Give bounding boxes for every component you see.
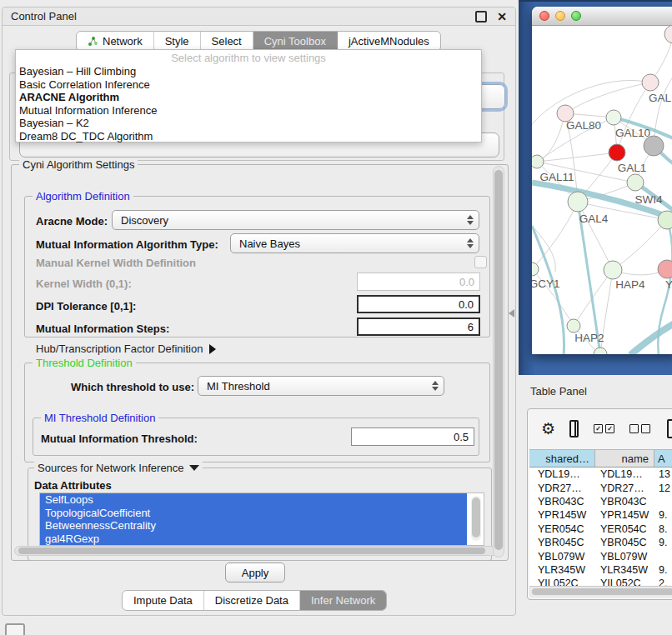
- mi-steps-input[interactable]: [357, 318, 480, 336]
- manual-kernel-width-checkbox[interactable]: [474, 256, 487, 268]
- table-row[interactable]: YBR043CYBR043C: [529, 495, 672, 508]
- tab-jactivemnodules[interactable]: jActiveMNodules: [338, 32, 440, 51]
- algorithm-option-mutual-information-inference[interactable]: Mutual Information Inference: [16, 104, 481, 118]
- mi-algorithm-type-combo[interactable]: Naive Bayes: [230, 233, 479, 253]
- page-icon[interactable]: [667, 419, 672, 438]
- algorithm-option-bayesian-hill-climbing[interactable]: Bayesian – Hill Climbing: [16, 65, 481, 78]
- network-node[interactable]: [594, 348, 607, 354]
- network-node[interactable]: [609, 144, 625, 161]
- tab-cyni-toolbox[interactable]: Cyni Toolbox: [253, 32, 338, 51]
- column-header-name[interactable]: name: [595, 450, 654, 467]
- gear-icon[interactable]: ⚙: [541, 419, 555, 438]
- algorithm-option-aracne-algorithm[interactable]: ARACNE Algorithm: [16, 91, 481, 104]
- table-cell[interactable]: 13: [654, 468, 672, 480]
- table-cell[interactable]: YDR27…: [529, 482, 595, 494]
- which-threshold-combo[interactable]: MI Threshold: [198, 376, 444, 396]
- table-cell[interactable]: YLR345W: [529, 564, 595, 576]
- table-cell[interactable]: YBL079W: [529, 551, 595, 562]
- bottom-tab-discretize-data[interactable]: Discretize Data: [204, 591, 300, 610]
- network-canvas[interactable]: GALGAL80GAL10GAL1GAL11GAL4SWI4GCY1HAP4YH…: [532, 26, 672, 354]
- node-label-y: Y: [665, 278, 672, 291]
- zoom-window-icon[interactable]: [571, 11, 581, 21]
- table-cell[interactable]: YIL052C: [529, 578, 595, 586]
- network-node-gal10[interactable]: [606, 110, 621, 125]
- table-cell[interactable]: YDL19…: [529, 468, 595, 480]
- settings-vertical-scrollbar[interactable]: [493, 166, 504, 558]
- tab-network[interactable]: Network: [77, 32, 154, 51]
- network-node-gal11[interactable]: [532, 155, 544, 168]
- algorithm-option-basic-correlation-inference[interactable]: Basic Correlation Inference: [16, 78, 481, 92]
- sources-title[interactable]: Sources for Network Inference: [34, 462, 203, 474]
- sources-title-text: Sources for Network Inference: [38, 462, 184, 474]
- attribute-item-betweennesscentrality[interactable]: BetweennessCentrality: [40, 519, 467, 532]
- settings-horizontal-scrollbar[interactable]: [14, 546, 501, 556]
- table-row[interactable]: YPR145WYPR145W9.: [529, 508, 672, 522]
- table-cell[interactable]: YBR043C: [595, 496, 654, 508]
- table-cell[interactable]: 9.: [654, 509, 672, 521]
- table-cell[interactable]: YPR145W: [595, 509, 654, 521]
- table-cell[interactable]: YER054C: [595, 523, 654, 535]
- table-cell[interactable]: YBR045C: [529, 537, 595, 548]
- network-node[interactable]: [664, 26, 672, 43]
- close-icon[interactable]: ✕: [497, 12, 507, 21]
- network-node-gal[interactable]: [642, 74, 659, 91]
- algorithm-option-bayesian-k2[interactable]: Bayesian – K2: [16, 117, 481, 130]
- network-node-gal1[interactable]: [627, 174, 644, 191]
- table-cell[interactable]: YBL079W: [595, 551, 654, 562]
- algorithm-dropdown-list: Select algorithm to view settings Bayesi…: [15, 49, 482, 142]
- table-cell[interactable]: 8.: [654, 523, 672, 535]
- bottom-tab-impute-data[interactable]: Impute Data: [123, 591, 204, 610]
- table-row[interactable]: YDR27…YDR27…12: [529, 481, 672, 494]
- table-row[interactable]: YLR345WYLR345W9.: [529, 563, 672, 577]
- aracne-mode-combo[interactable]: Discovery: [112, 210, 479, 230]
- tab-style[interactable]: Style: [154, 32, 201, 51]
- table-cell[interactable]: 9.: [654, 564, 672, 576]
- apply-button[interactable]: Apply: [225, 562, 285, 582]
- attribute-item-selfloops[interactable]: SelfLoops: [40, 493, 467, 507]
- column-header-a[interactable]: A: [654, 450, 672, 467]
- attribute-item-topologicalcoefficient[interactable]: TopologicalCoefficient: [40, 507, 467, 520]
- column-header-shared[interactable]: shared…: [529, 450, 595, 467]
- attribute-item-gal4rgexp[interactable]: gal4RGexp: [40, 532, 467, 546]
- table-cell[interactable]: 9.: [654, 537, 672, 548]
- unchecked-columns-icon[interactable]: [629, 424, 650, 433]
- kernel-width-input[interactable]: [357, 272, 480, 291]
- bottom-tab-infer-network[interactable]: Infer Network: [300, 591, 386, 610]
- mi-threshold-input[interactable]: [351, 428, 474, 446]
- table-row[interactable]: YBL079WYBL079W: [529, 549, 672, 562]
- bottom-corner-button[interactable]: [5, 623, 25, 635]
- network-node-gal4[interactable]: [568, 192, 588, 212]
- table-row[interactable]: YDL19…YDL19…13: [529, 468, 672, 481]
- table-cell[interactable]: YDL19…: [595, 468, 654, 480]
- dpi-tolerance-input[interactable]: [357, 295, 480, 313]
- network-node-hap2[interactable]: [567, 319, 580, 332]
- table-row[interactable]: YER054CYER054C8.: [529, 522, 672, 536]
- table-cell[interactable]: YBR045C: [595, 537, 654, 548]
- table-cell[interactable]: YLR345W: [595, 564, 654, 576]
- hub-transcription-factor-expander[interactable]: Hub/Transcription Factor Definition: [36, 342, 216, 355]
- minimize-window-icon[interactable]: [555, 11, 565, 21]
- float-window-icon[interactable]: [475, 11, 487, 22]
- table-horizontal-scrollbar[interactable]: [529, 586, 672, 598]
- table-cell[interactable]: YPR145W: [529, 509, 595, 521]
- table-cell[interactable]: YBR043C: [529, 496, 595, 508]
- table-cell[interactable]: 2.: [654, 578, 672, 586]
- network-node-hap4[interactable]: [604, 261, 622, 279]
- checked-columns-icon[interactable]: ✓✓: [594, 424, 614, 433]
- close-window-icon[interactable]: [539, 11, 549, 21]
- attributes-scrollbar[interactable]: [471, 496, 481, 541]
- network-node-swi4[interactable]: [658, 211, 672, 229]
- table-cell[interactable]: YER054C: [529, 523, 595, 535]
- collapse-down-icon: [189, 465, 199, 471]
- split-view-icon[interactable]: [569, 420, 579, 438]
- algorithm-option-dream8-dc-tdc-algorithm[interactable]: Dream8 DC_TDC Algorithm: [16, 130, 481, 143]
- table-cell[interactable]: YIL052C: [595, 578, 654, 586]
- panel-splitter-icon[interactable]: [509, 309, 514, 318]
- table-row[interactable]: YIL052CYIL052C2.: [529, 577, 672, 586]
- tab-select[interactable]: Select: [201, 32, 253, 51]
- table-cell[interactable]: 12: [654, 482, 672, 494]
- table-cell[interactable]: YDR27…: [595, 482, 654, 494]
- network-node-y[interactable]: [658, 260, 672, 278]
- network-node-gcy1[interactable]: [532, 262, 539, 276]
- table-row[interactable]: YBR045CYBR045C9.: [529, 536, 672, 549]
